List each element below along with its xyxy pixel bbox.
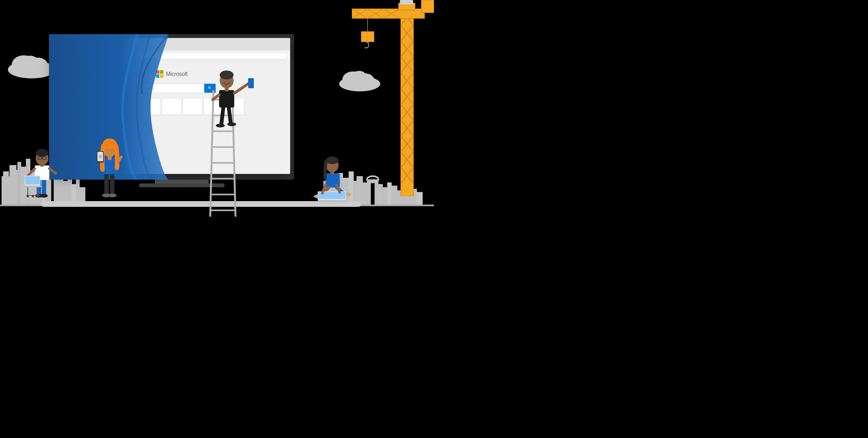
- search-input[interactable]: [128, 87, 204, 90]
- tab-close-button[interactable]: ×: [77, 44, 80, 48]
- svg-line-101: [49, 169, 56, 173]
- character-photo-woman: [95, 128, 124, 202]
- svg-line-147: [213, 95, 219, 99]
- search-icon-small: 🔍: [79, 54, 83, 57]
- browser-tab-new-tab[interactable]: New Tab ×: [56, 41, 87, 51]
- svg-point-138: [216, 124, 225, 127]
- svg-point-110: [32, 195, 34, 197]
- ms-logo-yellow: [160, 74, 163, 78]
- quick-link-3[interactable]: [141, 99, 160, 115]
- svg-rect-140: [219, 90, 234, 108]
- ms-logo-blue: [156, 74, 159, 78]
- svg-line-144: [234, 84, 248, 93]
- svg-point-108: [27, 195, 29, 197]
- svg-rect-158: [318, 200, 347, 202]
- microsoft-name: Microsoft: [166, 71, 188, 78]
- svg-point-3: [21, 56, 39, 69]
- svg-rect-82: [400, 0, 413, 4]
- svg-line-100: [27, 169, 35, 176]
- character-sitting-girl: [311, 156, 355, 208]
- quick-link-1[interactable]: [99, 99, 119, 115]
- svg-point-139: [227, 122, 236, 126]
- character-ladder-man: [204, 62, 254, 133]
- browser-window: New Tab × + ← → ↺ 🔍 Search or enter web …: [53, 38, 290, 174]
- ms-grid-logo: [156, 70, 163, 78]
- address-bar[interactable]: 🔍 Search or enter web address: [76, 52, 288, 59]
- svg-point-120: [111, 148, 113, 151]
- svg-point-143: [220, 70, 234, 79]
- forward-button[interactable]: →: [63, 53, 68, 58]
- svg-rect-112: [110, 173, 115, 195]
- character-laptop-man: [25, 137, 59, 201]
- refresh-button[interactable]: ↺: [69, 53, 74, 58]
- svg-point-114: [108, 194, 117, 197]
- svg-line-136: [221, 106, 223, 125]
- svg-point-125: [98, 155, 102, 158]
- browser-toolbar: ← → ↺ 🔍 Search or enter web address: [53, 51, 290, 61]
- svg-rect-111: [104, 173, 109, 195]
- microsoft-logo: Microsoft: [156, 70, 188, 78]
- tab-label: New Tab: [64, 44, 75, 48]
- svg-rect-103: [25, 176, 40, 184]
- svg-line-137: [228, 106, 231, 123]
- svg-rect-51: [401, 9, 413, 196]
- svg-point-151: [326, 156, 339, 164]
- svg-point-109: [37, 195, 39, 197]
- svg-rect-10: [9, 165, 17, 206]
- svg-rect-83: [421, 0, 434, 13]
- tab-favicon: [59, 44, 62, 48]
- quick-link-2[interactable]: [120, 99, 140, 115]
- address-placeholder: Search or enter web address: [84, 54, 121, 57]
- ms-logo-green: [160, 70, 163, 74]
- search-box[interactable]: 🔍: [127, 84, 216, 93]
- browser-tab-bar: New Tab × +: [53, 38, 290, 51]
- svg-point-118: [103, 139, 117, 149]
- quick-link-4[interactable]: [162, 99, 181, 115]
- back-button[interactable]: ←: [56, 53, 61, 58]
- svg-rect-9: [2, 176, 10, 206]
- svg-point-119: [106, 148, 109, 151]
- crane: [352, 0, 434, 196]
- svg-point-92: [40, 194, 48, 198]
- browser-content: Microsoft 🔍: [53, 61, 290, 174]
- tab-add-button[interactable]: +: [89, 44, 92, 51]
- svg-rect-90: [42, 178, 46, 196]
- svg-rect-146: [248, 78, 254, 88]
- svg-rect-104: [25, 186, 41, 187]
- ms-logo-red: [156, 70, 159, 74]
- scene: New Tab × + ← → ↺ 🔍 Search or enter web …: [0, 0, 434, 219]
- svg-point-96: [36, 149, 49, 156]
- quick-link-5[interactable]: [183, 99, 202, 115]
